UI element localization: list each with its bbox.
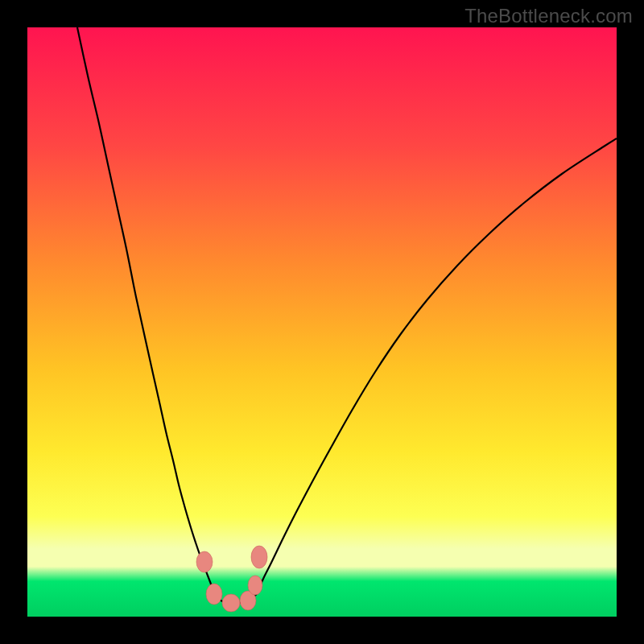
marker-point (196, 551, 213, 572)
marker-point (222, 594, 240, 612)
watermark-text: TheBottleneck.com (464, 5, 633, 27)
marker-point (248, 576, 262, 595)
marker-point (251, 546, 267, 568)
chart-frame: TheBottleneck.com (0, 0, 644, 644)
gradient-background (27, 27, 617, 617)
plot-area (27, 27, 617, 617)
marker-point (206, 584, 222, 605)
bottleneck-chart (27, 27, 617, 617)
